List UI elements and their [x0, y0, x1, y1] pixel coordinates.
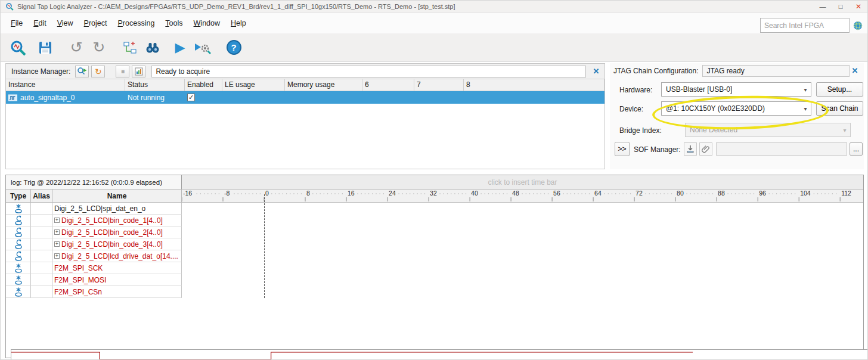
signal-name-label: Digi_2_5_LCD|lcd_drive_dat_o[14.... — [61, 252, 178, 260]
expand-button[interactable]: >> — [615, 142, 630, 156]
expand-toggle[interactable]: + — [54, 253, 60, 259]
waveform-panel: log: Trig @ 2022/12/22 12:16:52 (0:0:0.9… — [5, 175, 864, 358]
menu-item-tools[interactable]: Tools — [160, 16, 188, 30]
instance-manager-close-icon[interactable]: ✕ — [591, 67, 602, 76]
column-header-status[interactable]: Status — [125, 79, 185, 91]
menu-item-file[interactable]: File — [5, 16, 28, 30]
svg-text:96: 96 — [759, 190, 766, 197]
signal-node-icon — [14, 275, 23, 285]
signal-name-cell[interactable]: +Digi_2_5_LCD|bin_code_3[4..0] — [52, 238, 182, 250]
column-header-memory-usage[interactable]: Memory usage — [285, 79, 362, 91]
signal-name-cell[interactable]: Digi_2_5_LCD|spi_dat_en_o — [52, 203, 182, 215]
close-window-button[interactable]: ✕ — [850, 2, 867, 11]
column-header-instance[interactable]: Instance — [6, 79, 125, 91]
undo-button[interactable]: ↺ — [65, 36, 88, 59]
svg-text:72: 72 — [636, 190, 643, 197]
signal-alias-cell[interactable] — [31, 226, 52, 238]
hardware-label: Hardware: — [619, 86, 652, 94]
trigger-setup-button[interactable] — [119, 36, 141, 59]
signal-name-cell[interactable]: +Digi_2_5_LCD|bin_code_1[4..0] — [52, 215, 182, 226]
jtag-close-icon[interactable]: ✕ — [850, 66, 860, 75]
help-button[interactable]: ? — [222, 36, 245, 59]
signal-alias-cell[interactable] — [31, 250, 52, 262]
program-device-button[interactable] — [684, 142, 697, 156]
signal-row[interactable]: +Digi_2_5_LCD|bin_code_1[4..0]00h — [6, 215, 863, 226]
expand-toggle[interactable]: + — [54, 241, 60, 247]
chevron-down-icon: ▾ — [839, 127, 850, 134]
column-header-8[interactable]: 8 — [464, 79, 604, 91]
menu-item-edit[interactable]: Edit — [28, 16, 52, 30]
find-button[interactable] — [141, 36, 164, 59]
expand-toggle[interactable]: + — [54, 218, 60, 223]
report-button[interactable] — [132, 66, 145, 77]
redo-button[interactable]: ↻ — [88, 36, 110, 59]
signal-alias-cell[interactable] — [31, 286, 52, 298]
signal-waveform[interactable] — [11, 349, 868, 360]
signal-alias-cell[interactable] — [31, 274, 52, 286]
signal-name-cell[interactable]: +Digi_2_5_LCD|lcd_drive_dat_o[14.... — [52, 250, 182, 262]
maximize-button[interactable]: □ — [832, 3, 850, 10]
menu-item-help[interactable]: Help — [225, 16, 252, 30]
column-type[interactable]: Type — [6, 190, 31, 202]
signal-alias-cell[interactable] — [31, 262, 52, 274]
column-header-le-usage[interactable]: LE usage — [222, 79, 285, 91]
run-acquisition-button[interactable] — [75, 66, 89, 77]
timeline[interactable]: -16-8081624324048566472808896104112 — [182, 190, 863, 202]
attach-sof-button[interactable] — [699, 142, 712, 156]
signal-alias-cell[interactable] — [31, 215, 52, 226]
signal-name-cell[interactable]: +Digi_2_5_LCD|bin_code_2[4..0] — [52, 226, 182, 238]
instance-name-label: auto_signaltap_0 — [20, 94, 75, 102]
signal-row[interactable]: +Digi_2_5_LCD|bin_code_3[4..0]05h06h — [6, 238, 863, 250]
instance-name-cell[interactable]: auto_signaltap_0 — [6, 91, 125, 104]
waveform-column-header: Type Alias Name -16-80816243240485664728… — [6, 190, 863, 203]
menu-item-window[interactable]: Window — [188, 16, 225, 30]
run-analysis-button[interactable]: ▶ — [169, 36, 191, 59]
column-alias[interactable]: Alias — [31, 190, 52, 202]
svg-text:48: 48 — [512, 190, 519, 197]
setup-button[interactable]: Setup... — [816, 82, 863, 97]
signal-name-cell[interactable]: F2M_SPI_CSn — [52, 286, 182, 298]
sof-file-field — [716, 142, 847, 156]
signal-row[interactable]: F2M_SPI_CSn — [6, 286, 863, 298]
device-select[interactable]: @1: 10CX150Y (0x02E320DD) ▾ — [661, 101, 811, 116]
instance-status-cell[interactable]: Not running — [125, 91, 185, 104]
expand-toggle[interactable]: + — [54, 229, 60, 235]
menu-item-processing[interactable]: Processing — [113, 16, 160, 30]
signal-name-cell[interactable]: F2M_SPI_MOSI — [52, 274, 182, 286]
search-input[interactable] — [760, 18, 850, 33]
enabled-checkbox[interactable]: ✓ — [187, 94, 195, 101]
signal-alias-cell[interactable] — [31, 238, 52, 250]
hardware-value: USB-Blaster [USB-0] — [666, 85, 732, 94]
svg-text:56: 56 — [553, 190, 560, 197]
menu-item-project[interactable]: Project — [79, 16, 113, 30]
instance-row[interactable]: auto_signaltap_0Not running✓ — [6, 91, 604, 104]
signal-row[interactable]: Digi_2_5_LCD|spi_dat_en_o — [6, 203, 863, 215]
minimize-button[interactable]: — — [814, 3, 832, 10]
signal-alias-cell[interactable] — [31, 203, 52, 215]
save-button[interactable] — [34, 36, 57, 59]
signal-row[interactable]: F2M_SPI_SCK — [6, 262, 863, 274]
signal-name-cell[interactable]: F2M_SPI_SCK — [52, 262, 182, 274]
column-header-7[interactable]: 7 — [414, 79, 464, 91]
autorun-button[interactable]: ↻ — [91, 66, 105, 77]
column-header-enabled[interactable]: Enabled — [185, 79, 222, 91]
signal-row[interactable]: +Digi_2_5_LCD|bin_code_2[4..0]05h06h — [6, 226, 863, 238]
signal-row[interactable]: +Digi_2_5_LCD|lcd_drive_dat_o[14....1224… — [6, 250, 863, 262]
scan-chain-button[interactable]: Scan Chain — [816, 101, 863, 116]
chevron-down-icon: ▾ — [800, 105, 811, 112]
process-button[interactable] — [191, 36, 214, 59]
signal-row[interactable]: F2M_SPI_MOSI — [6, 274, 863, 286]
instance-enabled-cell[interactable]: ✓ — [185, 91, 222, 104]
column-name[interactable]: Name — [52, 190, 182, 202]
column-header-6[interactable]: 6 — [362, 79, 414, 91]
menu-item-view[interactable]: View — [52, 16, 79, 30]
hardware-select[interactable]: USB-Blaster [USB-0] ▾ — [661, 82, 811, 97]
signal-node-icon — [14, 263, 23, 273]
redo-icon: ↻ — [93, 40, 106, 55]
stop-button[interactable]: ■ — [116, 66, 129, 77]
signaltap-logo-button[interactable] — [7, 36, 29, 59]
timebar-hint[interactable]: click to insert time bar — [182, 175, 863, 190]
chevron-down-icon: ▾ — [800, 86, 811, 93]
globe-icon[interactable] — [853, 21, 863, 30]
sof-browse-button[interactable]: ... — [850, 142, 863, 156]
